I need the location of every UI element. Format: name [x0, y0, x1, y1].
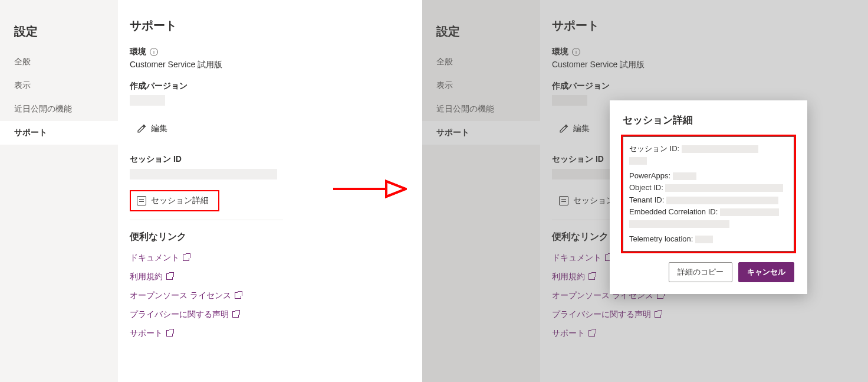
edit-button[interactable]: 編集 [134, 120, 170, 138]
field-session-id: セッション ID: [629, 144, 679, 153]
redacted-value [673, 172, 696, 180]
link-oss[interactable]: オープンソース ライセンス [130, 290, 409, 301]
dialog-buttons: 詳細のコピー キャンセル [623, 262, 794, 282]
link-support[interactable]: サポート [130, 328, 409, 339]
redacted-value [695, 236, 713, 243]
session-details-button[interactable]: セッション詳細 [130, 190, 219, 211]
external-icon [183, 254, 189, 261]
page-title: サポート [130, 18, 409, 34]
field-tenant-id: Tenant ID: [629, 195, 664, 204]
version-label: 作成バージョン [130, 81, 409, 92]
dialog-title: セッション詳細 [623, 113, 794, 127]
external-icon [232, 311, 239, 318]
session-id-redacted [130, 169, 277, 179]
edit-label: 編集 [151, 123, 167, 134]
field-object-id: Object ID: [629, 183, 663, 192]
before-state: 設定 全般 表示 近日公開の機能 サポート サポート 環境 i Customer… [0, 0, 422, 382]
redacted-value [665, 184, 783, 192]
link-label: オープンソース ライセンス [130, 290, 231, 301]
useful-links-title: 便利なリンク [130, 231, 409, 243]
redacted-value [682, 145, 758, 153]
nav-display[interactable]: 表示 [0, 74, 118, 97]
redacted-value [629, 220, 729, 228]
info-icon[interactable]: i [150, 48, 158, 56]
external-icon [166, 330, 173, 337]
nav-support[interactable]: サポート [0, 121, 118, 145]
external-icon [235, 292, 241, 299]
redacted-value [629, 157, 647, 165]
after-state: 設定 全般 表示 近日公開の機能 サポート サポート 環境 i Customer… [422, 0, 868, 382]
env-label: 環境 [130, 47, 146, 57]
field-telemetry: Telemetry location: [629, 234, 693, 243]
divider [130, 220, 283, 220]
link-terms[interactable]: 利用規約 [130, 272, 409, 282]
link-docs[interactable]: ドキュメント [130, 253, 409, 263]
external-icon [166, 273, 173, 280]
sidebar-title: 設定 [0, 24, 118, 50]
version-value-redacted [130, 95, 165, 106]
link-label: プライバシーに関する声明 [130, 309, 229, 320]
link-label: 利用規約 [130, 272, 163, 282]
env-label-row: 環境 i [130, 47, 409, 57]
copy-details-button[interactable]: 詳細のコピー [669, 262, 732, 282]
session-id-label: セッション ID [130, 154, 409, 165]
session-details-box[interactable]: セッション ID: PowerApps: Object ID: Tenant I… [623, 136, 794, 252]
redacted-value [666, 197, 778, 204]
link-label: ドキュメント [130, 253, 179, 263]
document-icon [137, 196, 146, 205]
link-privacy[interactable]: プライバシーに関する声明 [130, 309, 409, 320]
settings-sidebar: 設定 全般 表示 近日公開の機能 サポート [0, 0, 118, 382]
session-details-dialog: セッション詳細 セッション ID: PowerApps: Object ID: … [610, 100, 807, 294]
redacted-value [720, 208, 779, 216]
pencil-icon [137, 124, 146, 133]
nav-general[interactable]: 全般 [0, 50, 118, 74]
session-details-label: セッション詳細 [151, 195, 209, 206]
nav-upcoming[interactable]: 近日公開の機能 [0, 97, 118, 121]
field-correlation-id: Embedded Correlation ID: [629, 207, 718, 216]
link-label: サポート [130, 328, 163, 339]
env-value: Customer Service 試用版 [130, 60, 409, 70]
cancel-button[interactable]: キャンセル [738, 262, 794, 282]
annotation-arrow [330, 174, 407, 206]
field-powerapps: PowerApps: [629, 171, 670, 180]
